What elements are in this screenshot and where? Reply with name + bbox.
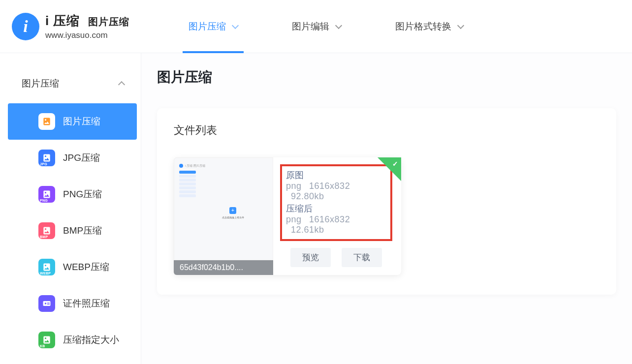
logo-title: i 压缩 图片压缩: [45, 12, 129, 30]
page-title: 图片压缩: [157, 68, 616, 87]
sidebar-item-label: WEBP压缩: [63, 261, 109, 273]
preview-button[interactable]: 预览: [290, 248, 331, 267]
sidebar: 图片压缩 图片压缩JPGJPG压缩PNGPNG压缩BMPBMP压缩WEBPWEB…: [0, 53, 141, 364]
logo-url: www.iyasuo.com: [45, 30, 129, 40]
svg-rect-0: [43, 301, 51, 306]
action-buttons: 预览 下载: [280, 248, 392, 267]
chevron-up-icon: [118, 81, 125, 88]
logo-icon: i: [12, 13, 39, 40]
sidebar-item-label: PNG压缩: [63, 188, 102, 201]
sidebar-icon: BMP: [38, 222, 55, 239]
top-nav: 图片压缩 图片编辑 图片格式转换: [189, 0, 463, 53]
file-card: i 压缩 图片压缩 + 点击或拖放上传文件 65d43: [174, 157, 401, 275]
chevron-down-icon: [457, 22, 464, 29]
download-button[interactable]: 下载: [342, 248, 382, 267]
sidebar-icon: KB: [38, 332, 55, 348]
header: i i 压缩 图片压缩 www.iyasuo.com 图片压缩 图片编辑 图片格…: [0, 0, 632, 53]
sidebar-item-label: 图片压缩: [63, 115, 100, 128]
sidebar-icon: JPG: [38, 150, 55, 166]
plus-icon: +: [229, 207, 236, 214]
success-badge-icon: [378, 157, 401, 181]
chevron-down-icon: [335, 22, 342, 29]
thumbnail-preview[interactable]: i 压缩 图片压缩 + 点击或拖放上传文件: [174, 157, 273, 260]
sidebar-item-6[interactable]: KB压缩指定大小: [8, 322, 137, 358]
sidebar-item-label: 证件照压缩: [63, 297, 110, 310]
panel-title: 文件列表: [174, 123, 600, 138]
sidebar-icon: [38, 113, 55, 130]
sidebar-icon: PNG: [38, 186, 55, 203]
sidebar-icon: [38, 295, 55, 312]
file-name: 65d43f024b1b0....: [174, 260, 273, 275]
sidebar-item-0[interactable]: 图片压缩: [8, 103, 137, 140]
logo[interactable]: i i 压缩 图片压缩 www.iyasuo.com: [12, 12, 129, 40]
compressed-label: 压缩后: [286, 203, 386, 214]
upload-hint: 点击或拖放上传文件: [222, 216, 244, 219]
nav-image-edit[interactable]: 图片编辑: [292, 0, 341, 53]
original-label: 原图: [286, 169, 386, 181]
sidebar-group-header[interactable]: 图片压缩: [0, 73, 141, 94]
main: 图片压缩 文件列表 i 压缩 图片压缩 + 点: [141, 53, 632, 364]
sidebar-item-4[interactable]: WEBPWEBP压缩: [8, 249, 137, 285]
sidebar-item-2[interactable]: PNGPNG压缩: [8, 176, 137, 212]
sidebar-item-3[interactable]: BMPBMP压缩: [8, 212, 137, 249]
sidebar-item-label: JPG压缩: [63, 152, 100, 164]
sidebar-item-5[interactable]: 证件照压缩: [8, 285, 137, 322]
nav-image-convert[interactable]: 图片格式转换: [395, 0, 463, 53]
nav-image-compress[interactable]: 图片压缩: [189, 0, 238, 53]
original-info: png 1616x832 92.80kb: [286, 181, 386, 202]
sidebar-item-1[interactable]: JPGJPG压缩: [8, 140, 137, 176]
highlight-box: 原图 png 1616x832 92.80kb 压缩后 png 1616x832…: [280, 164, 392, 241]
compressed-info: png 1616x832 12.61kb: [286, 214, 386, 235]
svg-rect-3: [47, 304, 50, 304]
file-list-panel: 文件列表 i 压缩 图片压缩 + 点击或拖放上传文件: [157, 108, 616, 295]
sidebar-item-label: BMP压缩: [63, 224, 102, 237]
sidebar-icon: WEBP: [38, 259, 55, 275]
file-info: 原图 png 1616x832 92.80kb 压缩后 png 1616x832…: [273, 157, 401, 275]
sidebar-list: 图片压缩JPGJPG压缩PNGPNG压缩BMPBMP压缩WEBPWEBP压缩证件…: [0, 103, 141, 358]
chevron-down-icon: [232, 22, 239, 29]
svg-point-1: [45, 303, 46, 304]
sidebar-item-label: 压缩指定大小: [63, 334, 119, 346]
svg-rect-2: [47, 303, 50, 303]
thumbnail-column: i 压缩 图片压缩 + 点击或拖放上传文件 65d43: [174, 157, 273, 275]
